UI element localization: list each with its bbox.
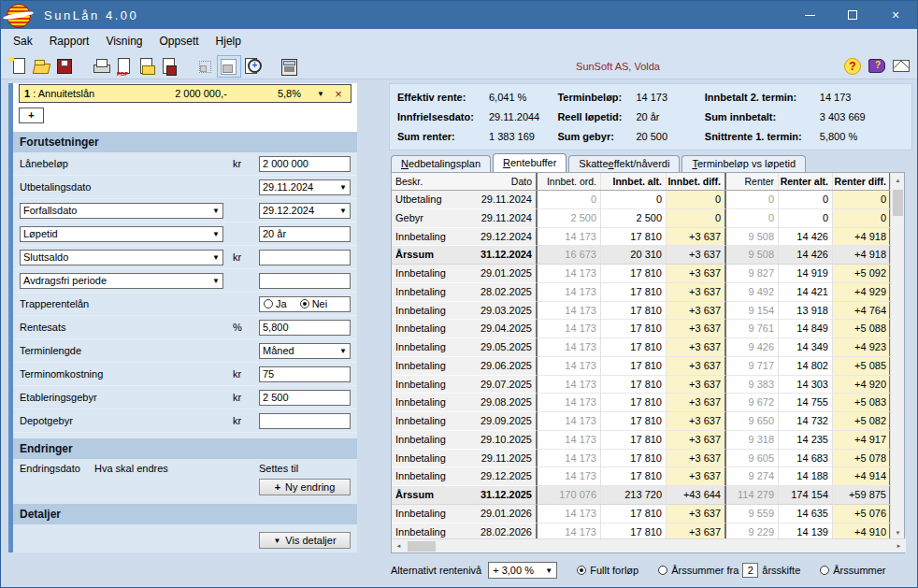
table-row[interactable]: Årssum31.12.202416 67320 310+3 6379 5081… — [392, 246, 891, 265]
loan-close-icon[interactable]: × — [331, 88, 346, 100]
table-row[interactable]: Innbetaling28.02.202514 17317 810+3 6379… — [392, 283, 891, 302]
menu-rapport[interactable]: Rapport — [41, 29, 98, 53]
table-row[interactable]: Innbetaling29.01.202614 17317 810+3 6379… — [392, 505, 891, 523]
help-icon[interactable]: ? — [844, 58, 861, 75]
radio-option-nei[interactable]: Nei — [300, 298, 328, 309]
field-input-lopetid[interactable]: 20 år — [259, 226, 351, 242]
table-row[interactable]: Innbetaling29.12.202414 17317 810+3 6379… — [392, 228, 891, 247]
loan-dropdown-icon[interactable]: ▼ — [310, 90, 331, 98]
cell-value: +3 637 — [667, 505, 726, 523]
column-header-beskr[interactable]: Beskr. — [392, 173, 463, 190]
field-input-etableringsgebyr[interactable]: 2 500 — [259, 390, 351, 406]
open-file-icon[interactable] — [31, 56, 53, 77]
manual-icon[interactable] — [868, 59, 885, 73]
window-size-small-icon[interactable] — [195, 56, 218, 77]
minimize-button[interactable] — [788, 1, 831, 29]
horizontal-scroll-thumb[interactable] — [408, 541, 436, 552]
column-header-innbet-diff[interactable]: Innbet. diff. — [667, 173, 726, 190]
table-row[interactable]: Innbetaling29.01.202514 17317 810+3 6379… — [392, 265, 891, 283]
menu-hjelp[interactable]: Hjelp — [208, 29, 250, 53]
window-size-medium-icon[interactable] — [218, 56, 240, 77]
alt-rate-dropdown[interactable]: + 3,00 % ▼ — [488, 562, 557, 579]
export-file-icon[interactable] — [158, 56, 180, 77]
close-button[interactable]: × — [874, 1, 917, 29]
column-header-innbet-ord[interactable]: Innbet. ord. — [538, 173, 601, 190]
table-row[interactable]: Utbetaling29.11.2024000000 — [392, 191, 891, 209]
radio-full-course[interactable] — [577, 566, 586, 575]
field-input-terminomkostning[interactable]: 75 — [259, 366, 351, 382]
new-document-icon[interactable] — [8, 56, 31, 77]
scroll-left-icon[interactable]: ◄ — [392, 539, 406, 553]
column-header-renter-diff[interactable]: Renter diff. — [833, 173, 891, 190]
column-header-renter-alt[interactable]: Renter alt. — [779, 173, 833, 190]
yearly-from-input[interactable]: 2 — [742, 563, 758, 578]
table-row[interactable]: Innbetaling29.04.202514 17317 810+3 6379… — [392, 320, 891, 338]
table-row[interactable]: Innbetaling29.09.202514 17317 810+3 6379… — [392, 412, 891, 431]
field-selector-forfallsdato[interactable]: Forfallsdato▼ — [20, 203, 223, 219]
field-input-depotgebyr[interactable] — [259, 413, 351, 429]
menu-visning[interactable]: Visning — [97, 29, 151, 53]
summary-item-innbetalt-2-termin: Innbetalt 2. termin:14 173 — [705, 88, 904, 107]
cell-beskr: Innbetaling — [392, 302, 463, 321]
field-input-lanebelop[interactable]: 2 000 000 — [259, 156, 351, 172]
loan-selector-bar[interactable]: 1 : Annuitetslån 2 000 000,- 5,8% ▼ × — [19, 84, 351, 103]
vertical-scrollbar[interactable]: ▲ ▼ — [890, 173, 904, 539]
column-header-innbet-alt[interactable]: Innbet. alt. — [601, 173, 667, 190]
option-yearly-sums[interactable]: Årssummer — [820, 565, 885, 576]
tab-nedbetalingsplan[interactable]: Nedbetalingsplan — [391, 155, 491, 172]
option-full-course[interactable]: Fullt forløp — [577, 565, 638, 576]
table-row[interactable]: Innbetaling29.08.202514 17317 810+3 6379… — [392, 394, 891, 412]
field-input-avdragsfri-periode[interactable] — [259, 273, 351, 289]
field-input-rentesats[interactable]: 5,800 — [259, 320, 351, 336]
table-row[interactable]: Innbetaling29.12.202514 17317 810+3 6379… — [392, 467, 891, 486]
table-row[interactable]: Innbetaling28.02.202614 17317 810+3 6379… — [392, 523, 891, 539]
radio-yearly-sums[interactable] — [820, 566, 829, 575]
table-row[interactable]: Innbetaling29.10.202514 17317 810+3 6379… — [392, 431, 891, 450]
summary-value: 14 173 — [636, 88, 667, 107]
menu-oppsett[interactable]: Oppsett — [151, 29, 208, 53]
calculator-icon[interactable] — [278, 56, 300, 77]
maximize-button[interactable] — [831, 1, 874, 29]
show-details-button[interactable]: ▼ Vis detaljer — [259, 532, 351, 549]
field-input-forfallsdato[interactable]: 29.12.2024▼ — [259, 203, 351, 219]
field-selector-avdragsfri-periode[interactable]: Avdragsfri periode▼ — [20, 273, 223, 289]
table-row[interactable]: Innbetaling29.06.202514 17317 810+3 6379… — [392, 357, 891, 376]
field-input-sluttsaldo[interactable] — [259, 250, 351, 265]
field-selector-lopetid[interactable]: Løpetid▼ — [20, 226, 223, 242]
field-input-utbetalingsdato[interactable]: 29.11.2024▼ — [259, 179, 351, 195]
table-row[interactable]: Gebyr29.11.20242 5002 5000000 — [392, 209, 891, 228]
radio-option-ja[interactable]: Ja — [264, 298, 287, 309]
scroll-up-icon[interactable]: ▲ — [891, 173, 905, 187]
column-header-dato[interactable]: Dato — [463, 173, 538, 190]
tab-skatteeffekt-naverdi[interactable]: Skatteeffekt/nåverdi — [568, 155, 680, 172]
scroll-right-icon[interactable]: ► — [892, 539, 906, 553]
tab-rentebuffer[interactable]: Rentebuffer — [493, 153, 567, 172]
email-icon[interactable] — [893, 60, 910, 72]
radio-yearly-from[interactable] — [658, 566, 667, 575]
column-header-renter[interactable]: Renter — [726, 173, 779, 190]
horizontal-scrollbar[interactable]: ◄ ► — [392, 538, 906, 552]
table-row[interactable]: Innbetaling29.05.202514 17317 810+3 6379… — [392, 338, 891, 357]
radio-icon[interactable] — [264, 299, 273, 308]
menu-sak[interactable]: Sak — [5, 29, 41, 53]
table-row[interactable]: Innbetaling29.03.202514 17317 810+3 6379… — [392, 302, 891, 321]
vertical-scroll-thumb[interactable] — [893, 190, 903, 216]
table-row[interactable]: Årssum31.12.2025170 076213 720+43 644114… — [392, 486, 891, 505]
radio-icon[interactable] — [300, 299, 309, 308]
tab-terminbelop-vs-lopetid[interactable]: Terminbeløp vs løpetid — [681, 155, 806, 172]
field-control — [259, 273, 351, 289]
scroll-down-icon[interactable]: ▼ — [891, 525, 905, 539]
export-pdf-icon[interactable] — [113, 56, 136, 77]
table-row[interactable]: Innbetaling29.07.202514 17317 810+3 6379… — [392, 376, 891, 394]
field-selector-sluttsaldo[interactable]: Sluttsaldo▼ — [20, 250, 223, 265]
print-icon[interactable] — [91, 56, 113, 77]
save-icon[interactable] — [53, 56, 76, 77]
new-change-button[interactable]: + Ny endring — [259, 479, 351, 495]
add-loan-button[interactable]: + — [19, 108, 44, 123]
option-yearly-from[interactable]: Årssummer fra 2 årsskifte — [658, 563, 800, 578]
table-row[interactable]: Innbetaling29.11.202514 17317 810+3 6379… — [392, 450, 891, 468]
export-email-icon[interactable] — [136, 56, 158, 77]
field-input-terminlengde[interactable]: Måned▼ — [259, 343, 351, 359]
zoom-icon[interactable] — [240, 56, 263, 77]
field-unit: kr — [233, 251, 255, 263]
